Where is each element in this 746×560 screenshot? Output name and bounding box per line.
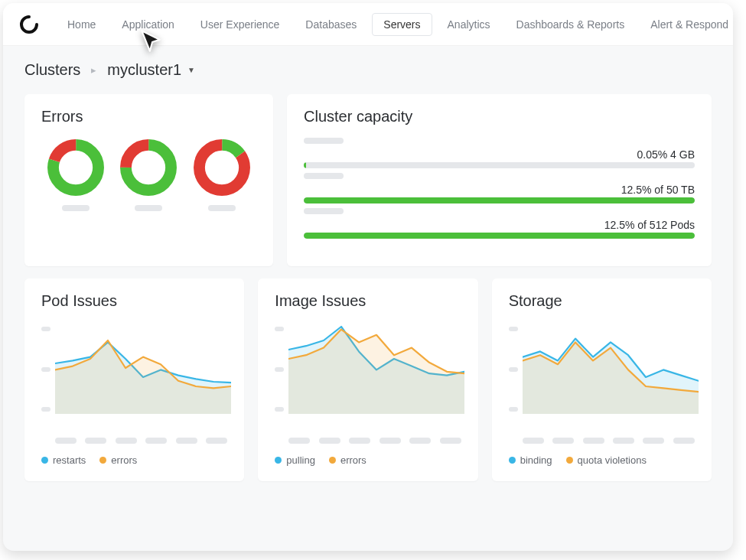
placeholder-label — [208, 205, 236, 211]
pod-title: Pod Issues — [41, 292, 227, 310]
legend-label: restarts — [53, 454, 86, 466]
legend-dot-icon — [99, 457, 106, 464]
x-axis-ticks — [275, 430, 461, 444]
placeholder-label — [304, 173, 344, 179]
line-chart — [288, 322, 464, 414]
row-top: Errors Cluster capacity 0.05% — [3, 88, 733, 272]
nav-application[interactable]: Application — [111, 14, 185, 35]
capacity-rows: 0.05% 4 GB 12.5% of 50 TB 12.5% of 512 P… — [304, 138, 695, 239]
legend-dot-icon — [329, 457, 336, 464]
image-legend: pulling errors — [275, 454, 461, 466]
nav-analytics[interactable]: Analytics — [437, 14, 501, 35]
capacity-track — [304, 197, 695, 203]
storage-chart — [509, 322, 695, 430]
placeholder-label — [135, 205, 162, 211]
pod-chart — [41, 322, 227, 430]
capacity-row: 12.5% of 50 TB — [304, 173, 695, 203]
legend-dot-icon — [566, 457, 573, 464]
pod-legend: restarts errors — [41, 454, 227, 466]
placeholder-label — [62, 205, 90, 211]
legend-item: errors — [99, 454, 137, 466]
breadcrumb-current-label: mycluster1 — [107, 61, 181, 79]
nav-user-experience[interactable]: User Experience — [190, 14, 291, 35]
legend-item: pulling — [275, 454, 315, 466]
nav-servers[interactable]: Servers — [372, 13, 432, 36]
capacity-fill — [304, 233, 695, 239]
nav-home[interactable]: Home — [57, 14, 106, 35]
capacity-fill — [304, 197, 695, 203]
capacity-value: 0.05% 4 GB — [304, 148, 695, 161]
x-axis-ticks — [509, 430, 695, 444]
errors-donut-2 — [119, 138, 178, 211]
line-chart — [55, 322, 231, 414]
errors-donut-1 — [46, 138, 106, 211]
breadcrumb: Clusters ▸ mycluster1 ▼ — [3, 46, 733, 88]
legend-dot-icon — [509, 457, 516, 464]
capacity-track — [304, 233, 695, 239]
chevron-right-icon: ▸ — [91, 64, 96, 76]
errors-title: Errors — [41, 108, 256, 125]
cluster-capacity-card[interactable]: Cluster capacity 0.05% 4 GB 12.5% of 50 … — [287, 94, 712, 266]
placeholder-label — [304, 208, 344, 214]
errors-donut-3 — [192, 138, 252, 211]
row-bottom: Pod Issues restarts errors Image Issues — [3, 272, 733, 487]
storage-title: Storage — [509, 292, 695, 310]
nav-dashboards-reports[interactable]: Dashboards & Reports — [506, 14, 636, 35]
nav-databases[interactable]: Databases — [295, 14, 367, 35]
dropdown-caret-icon[interactable]: ▼ — [187, 66, 195, 74]
storage-card[interactable]: Storage binding quota violetions — [492, 278, 712, 481]
errors-card[interactable]: Errors — [24, 94, 273, 266]
capacity-title: Cluster capacity — [304, 108, 695, 125]
brand-logo[interactable] — [20, 15, 38, 34]
capacity-row: 12.5% of 512 Pods — [304, 208, 695, 239]
legend-label: errors — [340, 454, 366, 466]
app-window: Home Application User Experience Databas… — [3, 3, 733, 551]
y-axis-ticks — [41, 322, 54, 430]
y-axis-ticks — [275, 322, 287, 430]
capacity-value: 12.5% of 50 TB — [304, 184, 695, 196]
legend-item: quota violetions — [566, 454, 647, 466]
legend-dot-icon — [275, 457, 282, 464]
breadcrumb-current[interactable]: mycluster1 ▼ — [107, 61, 195, 79]
image-issues-card[interactable]: Image Issues pulling errors — [258, 278, 477, 481]
legend-label: binding — [520, 454, 552, 466]
nav-alert-respond[interactable]: Alert & Respond — [640, 14, 733, 35]
legend-item: restarts — [41, 454, 86, 466]
donut-chart — [119, 138, 178, 197]
image-chart — [275, 322, 461, 430]
donut-chart — [192, 138, 252, 197]
legend-dot-icon — [41, 457, 48, 464]
pod-issues-card[interactable]: Pod Issues restarts errors — [24, 278, 244, 481]
legend-item: errors — [329, 454, 366, 466]
capacity-row: 0.05% 4 GB — [304, 138, 695, 168]
legend-item: binding — [509, 454, 552, 466]
top-nav: Home Application User Experience Databas… — [3, 3, 733, 46]
breadcrumb-root[interactable]: Clusters — [24, 61, 80, 79]
x-axis-ticks — [41, 430, 227, 444]
legend-label: quota violetions — [578, 454, 647, 466]
capacity-fill — [304, 162, 306, 168]
donut-chart — [46, 138, 106, 197]
placeholder-label — [304, 138, 344, 144]
capacity-track — [304, 162, 695, 168]
line-chart — [523, 322, 699, 414]
image-title: Image Issues — [275, 292, 461, 310]
legend-label: errors — [111, 454, 137, 466]
storage-legend: binding quota violetions — [509, 454, 695, 466]
legend-label: pulling — [286, 454, 315, 466]
capacity-value: 12.5% of 512 Pods — [304, 219, 695, 231]
y-axis-ticks — [509, 322, 521, 430]
errors-donuts — [41, 138, 256, 211]
